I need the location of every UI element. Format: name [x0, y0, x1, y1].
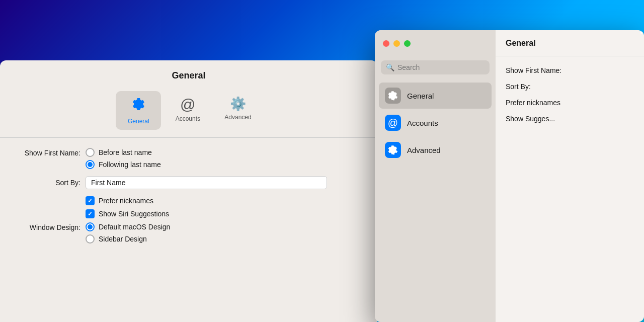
- search-input[interactable]: [397, 63, 485, 71]
- sidebar-item-advanced[interactable]: Advanced: [379, 137, 492, 163]
- traffic-lights: [383, 40, 411, 47]
- prefer-nicknames-label: Prefer nicknames: [99, 197, 153, 205]
- sort-by-dropdown[interactable]: First Name: [86, 176, 327, 189]
- traffic-light-yellow[interactable]: [393, 40, 400, 47]
- radio-before-last-name[interactable]: Before last name: [86, 148, 161, 157]
- main-content: Show First Name: Before last name Follow…: [0, 138, 377, 261]
- radio-before-label: Before last name: [99, 148, 152, 156]
- toolbar-advanced-label: Advanced: [224, 114, 251, 121]
- show-first-name-row: Show First Name: Before last name Follow…: [15, 148, 362, 169]
- main-panel-titlebar: General: [496, 30, 644, 56]
- sidebar-advanced-label: Advanced: [407, 146, 441, 154]
- radio-default-btn[interactable]: [86, 222, 95, 231]
- prefer-nicknames-row: Prefer nicknames Show Siri Suggestions: [86, 196, 362, 218]
- radio-following-label: Following last name: [99, 160, 161, 169]
- sidebar-item-general[interactable]: General: [379, 83, 492, 109]
- panel-show-siri: Show Sugges...: [506, 115, 634, 123]
- search-bar[interactable]: 🔍: [381, 60, 490, 74]
- sidebar-titlebar: [375, 30, 496, 56]
- sort-by-label: Sort By:: [15, 179, 80, 187]
- radio-sidebar-label: Sidebar Design: [99, 235, 147, 243]
- radio-sidebar-btn[interactable]: [86, 234, 95, 244]
- toolbar-item-advanced[interactable]: ⚙️ Advanced: [214, 91, 261, 130]
- main-window: General General @ Accounts ⚙️ Advanced: [0, 60, 377, 322]
- traffic-light-green[interactable]: [404, 40, 411, 47]
- panel-prefer-nicknames-label: Prefer nicknames: [506, 99, 560, 107]
- prefer-nicknames-checkbox[interactable]: [86, 196, 95, 205]
- traffic-light-red[interactable]: [383, 40, 389, 47]
- sidebar-items: General @ Accounts Advanced: [375, 80, 496, 165]
- radio-default-label: Default macOS Design: [99, 223, 170, 231]
- sidebar-general-icon: [385, 88, 401, 104]
- sidebar-accounts-label: Accounts: [407, 119, 438, 127]
- show-first-name-label: Show First Name:: [15, 148, 80, 157]
- toolbar-accounts-label: Accounts: [176, 115, 200, 122]
- panel-show-siri-label: Show Sugges...: [506, 115, 555, 123]
- main-window-titlebar: General: [0, 60, 377, 86]
- sort-by-row: Sort By: First Name: [15, 176, 362, 189]
- toolbar-item-general[interactable]: General: [116, 91, 161, 130]
- main-panel-title: General: [506, 39, 536, 48]
- sidebar-item-accounts[interactable]: @ Accounts: [379, 110, 492, 136]
- sidebar-accounts-icon: @: [385, 115, 401, 131]
- show-siri-label: Show Siri Suggestions: [99, 210, 169, 218]
- panel-sort-by: Sort By:: [506, 83, 634, 91]
- show-first-name-controls: Before last name Following last name: [86, 148, 161, 169]
- window-design-row: Window Design: Default macOS Design Side…: [15, 222, 362, 244]
- panel-show-first-name: Show First Name:: [506, 66, 634, 74]
- window-design-label: Window Design:: [15, 222, 80, 231]
- radio-following-last-name[interactable]: Following last name: [86, 160, 161, 169]
- show-siri-checkbox[interactable]: [86, 209, 95, 218]
- panel-prefer-nicknames: Prefer nicknames: [506, 99, 634, 107]
- window-design-controls: Default macOS Design Sidebar Design: [86, 222, 170, 244]
- overlay-window: 🔍 General @ Accounts: [375, 30, 644, 322]
- search-icon: 🔍: [386, 63, 394, 71]
- main-panel-content: Show First Name: Sort By: Prefer nicknam…: [496, 56, 644, 141]
- gear-icon: [130, 96, 146, 116]
- panel-show-first-name-label: Show First Name:: [506, 66, 561, 74]
- toolbar-item-accounts[interactable]: @ Accounts: [165, 91, 210, 130]
- toolbar-general-label: General: [128, 118, 149, 125]
- sidebar: 🔍 General @ Accounts: [375, 30, 496, 322]
- radio-default-design[interactable]: Default macOS Design: [86, 222, 170, 231]
- main-window-title: General: [172, 70, 205, 81]
- main-window-toolbar: General @ Accounts ⚙️ Advanced: [0, 86, 377, 137]
- radio-sidebar-design[interactable]: Sidebar Design: [86, 234, 170, 244]
- advanced-gear-icon: ⚙️: [230, 96, 246, 112]
- panel-sort-by-label: Sort By:: [506, 83, 531, 91]
- sidebar-general-label: General: [407, 92, 434, 100]
- show-siri-option[interactable]: Show Siri Suggestions: [86, 209, 362, 218]
- prefer-nicknames-option[interactable]: Prefer nicknames: [86, 196, 362, 205]
- radio-before-btn[interactable]: [86, 148, 95, 157]
- at-icon: @: [180, 96, 195, 113]
- main-panel: General Show First Name: Sort By: Prefer…: [496, 30, 644, 322]
- radio-following-btn[interactable]: [86, 160, 95, 169]
- sidebar-advanced-icon: [385, 142, 401, 158]
